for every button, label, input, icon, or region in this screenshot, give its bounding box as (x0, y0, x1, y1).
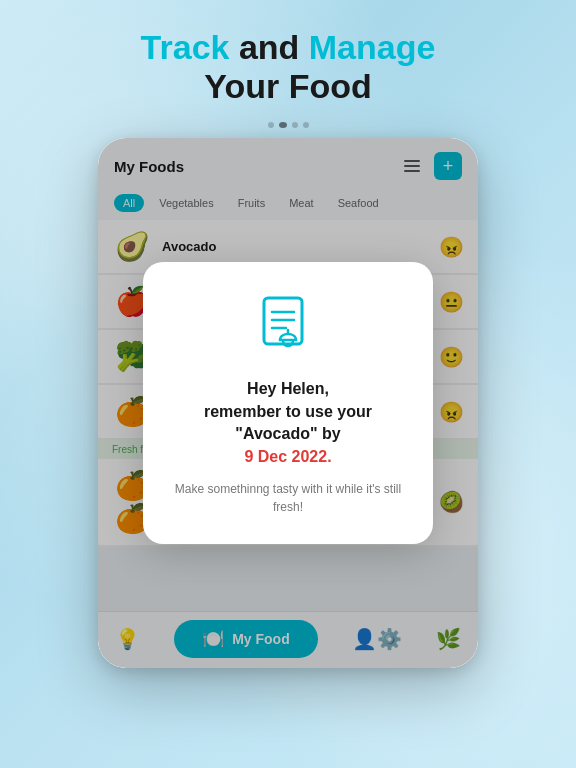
modal-subtitle: Make somethinng tasty with it while it's… (171, 480, 405, 516)
pagination-dots (0, 122, 576, 128)
tablet-frame: My Foods + All Vegetables Fruits Meat Se… (98, 138, 478, 668)
heading-and: and (229, 28, 308, 66)
modal-icon (171, 292, 405, 360)
modal-title: Hey Helen,remember to use your"Avocado" … (171, 378, 405, 468)
modal-date: 9 Dec 2022. (244, 448, 331, 465)
dot-2[interactable] (279, 122, 287, 128)
heading-line1: Track and Manage (0, 28, 576, 67)
heading-your: Your (204, 67, 288, 105)
heading-food: Food (289, 67, 372, 105)
heading-manage: Manage (309, 28, 436, 66)
dot-1[interactable] (268, 122, 274, 128)
modal-dialog: Hey Helen,remember to use your"Avocado" … (143, 262, 433, 544)
heading-section: Track and Manage Your Food (0, 0, 576, 122)
heading-track: Track (141, 28, 230, 66)
dot-3[interactable] (292, 122, 298, 128)
tablet-wrapper: My Foods + All Vegetables Fruits Meat Se… (0, 138, 576, 668)
modal-overlay[interactable]: Hey Helen,remember to use your"Avocado" … (98, 138, 478, 668)
dot-4[interactable] (303, 122, 309, 128)
heading-line2: Your Food (0, 67, 576, 106)
